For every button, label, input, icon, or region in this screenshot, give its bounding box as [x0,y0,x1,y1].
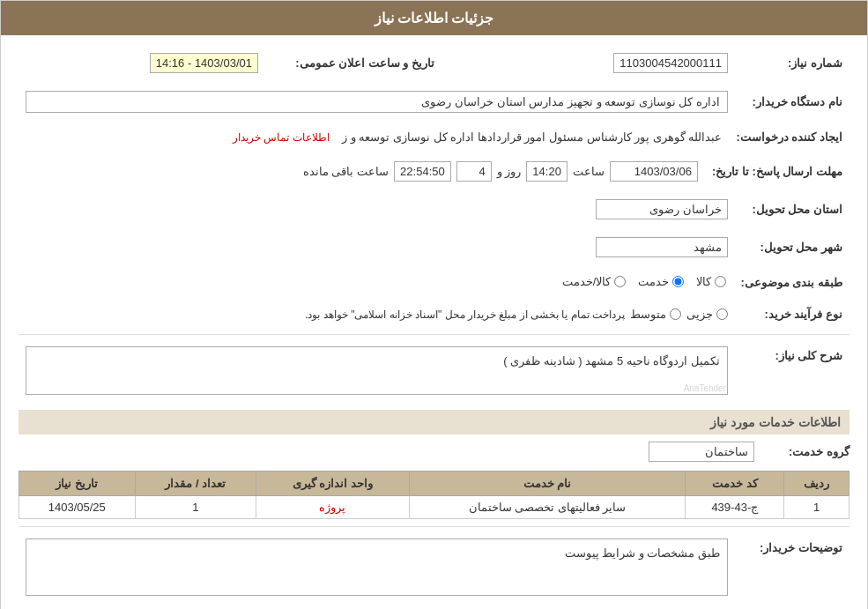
need-desc-box: تکمیل اردوگاه ناحیه 5 مشهد ( شادینه ظفری… [26,346,728,395]
need-desc-text: تکمیل اردوگاه ناحیه 5 مشهد ( شادینه ظفری… [503,354,720,368]
city-box: مشهد [596,237,728,257]
category-kala-khedmat-label: کالا/خدمت [562,275,612,288]
response-date-label: مهلت ارسال پاسخ: تا تاریخ: [705,157,849,186]
creator-label: ایجاد کننده درخواست: [729,126,849,148]
category-kala-khedmat[interactable]: کالا/خدمت [562,275,627,288]
purchase-type-label: نوع فرآیند خرید: [735,303,849,325]
desc-watermark: AnaTender [684,383,726,393]
page-header: جزئیات اطلاعات نیاز [1,1,867,35]
response-days-box: 4 [456,161,492,182]
services-section-header: اطلاعات خدمات مورد نیاز [19,410,849,434]
service-group-row: گروه خدمت: ساختمان [19,442,849,462]
purchase-motavasset[interactable]: متوسط [630,308,681,321]
services-table: ردیف کد خدمت نام خدمت واحد اندازه گیری ت… [19,471,849,519]
table-row: 1 ج-43-439 سایر فعالیتهای تخصصی ساختمان … [19,496,849,519]
purchase-note: پرداخت تمام یا بخشی از مبلغ خریدار محل "… [305,308,625,321]
col-unit: واحد اندازه گیری [256,472,409,496]
info-table-purchase: نوع فرآیند خرید: جزیی متوسط پرداخت تمام … [19,303,849,325]
cell-unit: پروژه [256,496,409,519]
purchase-motavasset-radio[interactable] [670,308,681,320]
page-container: جزئیات اطلاعات نیاز شماره نیاز: 11030045… [0,0,868,609]
province-label: استان محل تحویل: [735,195,849,224]
response-date-row: 1403/03/06 ساعت 14:20 روز و 4 22:54:50 س… [19,157,705,186]
service-group-box: ساختمان [649,442,754,462]
purchase-type-content: جزیی متوسط پرداخت تمام یا بخشی از مبلغ خ… [19,303,735,325]
contact-link[interactable]: اطلاعات تماس خریدار [233,131,330,144]
response-date-box: 1403/03/06 [610,161,698,182]
buyer-name-label: نام دستگاه خریدار: [735,86,849,117]
response-remaining-box: 22:54:50 [394,161,451,182]
response-days-label: روز و [497,165,522,178]
buyer-desc-text: طبق مشخصات و شرایط پیوست [565,546,720,560]
buyer-desc-label: توضیحات خریدار: [735,534,849,600]
announce-label: تاریخ و ساعت اعلان عمومی: [265,48,441,78]
info-table-buyer: نام دستگاه خریدار: اداره کل نوسازی توسعه… [19,86,849,117]
category-radio-group: کالا خدمت کالا/خدمت [562,275,727,288]
page-title: جزئیات اطلاعات نیاز [375,11,494,26]
category-khedmat-radio[interactable] [672,276,684,287]
announce-value: 1403/03/01 - 14:16 [19,48,265,78]
category-khedmat-label: خدمت [638,275,669,288]
creator-text: عبدالله گوهری پور کارشناس مسئول امور قرا… [342,130,722,144]
info-table-desc: شرح کلی نیاز: تکمیل اردوگاه ناحیه 5 مشهد… [19,342,849,399]
cell-quantity: 1 [135,496,256,519]
need-number-box: 1103004542000111 [613,53,728,73]
info-table-date: مهلت ارسال پاسخ: تا تاریخ: 1403/03/06 سا… [19,157,849,186]
separator-1 [19,334,849,335]
need-desc-value: تکمیل اردوگاه ناحیه 5 مشهد ( شادینه ظفری… [19,342,735,399]
info-table-province: استان محل تحویل: خراسان رضوی [19,195,849,224]
need-desc-container: تکمیل اردوگاه ناحیه 5 مشهد ( شادینه ظفری… [26,346,728,395]
cell-date: 1403/05/25 [19,496,136,519]
announce-box: 1403/03/01 - 14:16 [150,53,258,73]
purchase-jozii[interactable]: جزیی [686,308,728,321]
purchase-jozii-radio[interactable] [716,308,728,320]
col-date: تاریخ نیاز [19,472,136,496]
category-label: طبقه بندی موضوعی: [733,271,849,294]
col-quantity: تعداد / مقدار [135,472,256,496]
need-number-label: شماره نیاز: [735,48,849,78]
category-kala-radio[interactable] [715,276,726,287]
cell-row-num: 1 [784,496,849,519]
separator-2 [19,526,849,527]
response-remaining-label: ساعت باقی مانده [303,165,389,178]
info-table-city: شهر محل تحویل: مشهد [19,233,849,262]
info-table-creator: ایجاد کننده درخواست: عبدالله گوهری پور ک… [19,126,849,148]
need-desc-label: شرح کلی نیاز: [735,342,849,399]
category-kala-khedmat-radio[interactable] [614,276,626,287]
content-area: شماره نیاز: 1103004542000111 تاریخ و ساع… [1,35,867,609]
col-row-num: ردیف [784,472,849,496]
need-number-value: 1103004542000111 [477,48,735,78]
cell-service-name: سایر فعالیتهای تخصصی ساختمان [409,496,686,519]
buyer-desc-value: طبق مشخصات و شرایط پیوست [19,534,735,600]
buyer-name-value: اداره کل نوسازی توسعه و تجهیز مدارس استا… [19,86,735,117]
category-khedmat[interactable]: خدمت [638,275,684,288]
purchase-motavasset-label: متوسط [630,308,666,321]
info-table-category: طبقه بندی موضوعی: کالا خدمت کالا/خدمت [19,271,849,294]
creator-value: عبدالله گوهری پور کارشناس مسئول امور قرا… [19,126,729,148]
purchase-jozii-label: جزیی [686,308,713,321]
province-value: خراسان رضوی [19,195,735,224]
category-kala[interactable]: کالا [696,275,726,288]
info-table-buyer-desc: توضیحات خریدار: طبق مشخصات و شرایط پیوست [19,534,849,600]
cell-service-code: ج-43-439 [686,496,784,519]
category-kala-label: کالا [696,275,711,288]
response-time-box: 14:20 [526,161,568,182]
buyer-desc-box: طبق مشخصات و شرایط پیوست [26,538,728,596]
city-value: مشهد [19,233,735,262]
service-group-label: گروه خدمت: [761,445,849,458]
response-time-label: ساعت [573,165,605,178]
col-service-code: کد خدمت [686,472,784,496]
province-box: خراسان رضوی [596,199,728,219]
city-label: شهر محل تحویل: [735,233,849,262]
response-date-flex: 1403/03/06 ساعت 14:20 روز و 4 22:54:50 س… [26,161,698,182]
info-table-top: شماره نیاز: 1103004542000111 تاریخ و ساع… [19,48,849,78]
category-radios: کالا خدمت کالا/خدمت [19,271,733,294]
buyer-name-box: اداره کل نوسازی توسعه و تجهیز مدارس استا… [26,91,728,113]
purchase-type-flex: جزیی متوسط پرداخت تمام یا بخشی از مبلغ خ… [26,308,728,321]
col-service-name: نام خدمت [409,472,686,496]
